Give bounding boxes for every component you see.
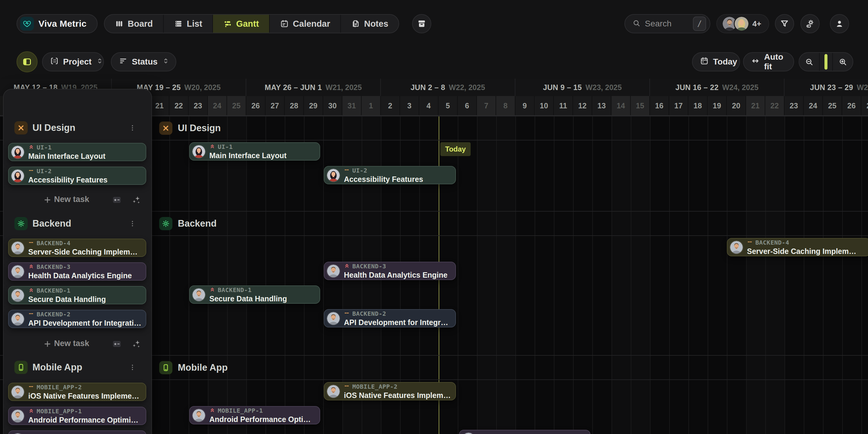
week-header: JUN 9 – 15 W23, 2025 (516, 79, 650, 96)
template-icon[interactable] (112, 339, 122, 349)
task-card-UI-2[interactable]: UI-2 Accessibility Features (8, 167, 146, 185)
group-menu-button[interactable] (128, 219, 137, 228)
today-button[interactable]: Today (692, 52, 740, 71)
new-task-row: New task (4, 337, 151, 351)
presence-avatars[interactable]: 4+ (716, 14, 769, 33)
sparkles-icon[interactable] (131, 195, 142, 205)
autofit-button[interactable]: Auto fit (743, 52, 794, 71)
group-header-backend[interactable]: Backend (4, 215, 151, 232)
gridline (823, 116, 824, 434)
assignee-avatar (11, 385, 25, 399)
tab-board[interactable]: Board (104, 15, 164, 33)
tab-calendar[interactable]: Calendar (270, 15, 341, 33)
assignee-avatar (327, 168, 340, 182)
new-task-button[interactable]: New task (54, 339, 89, 348)
weekend-column (612, 116, 631, 434)
task-title: Health Data Analytics Engine (344, 270, 447, 279)
task-title: Android Performance Optimi… (209, 415, 315, 424)
card-text: MOBILE_APP-2 iOS Native Features Impleme… (28, 383, 142, 400)
gantt-bar-UI-2[interactable]: UI-2 Accessibility Features (324, 166, 456, 184)
group-title: Backend (32, 218, 71, 229)
archive-button[interactable] (412, 14, 431, 33)
zoom-slider[interactable] (819, 53, 832, 71)
filter-button[interactable] (775, 14, 794, 33)
task-id: BACKEND-1 (218, 287, 252, 293)
task-id: BACKEND-4 (755, 239, 789, 246)
day-cell: 28 (285, 96, 304, 115)
settings-button[interactable] (800, 14, 819, 33)
task-card-BACKEND-4[interactable]: BACKEND-4 Server-Side Caching Impleme… (8, 239, 146, 257)
template-icon[interactable] (112, 195, 122, 205)
gantt-bar-BACKEND-3[interactable]: BACKEND-3 Health Data Analytics Engine (324, 262, 456, 280)
zoom-in-button[interactable] (833, 53, 853, 71)
zoom-out-button[interactable] (799, 53, 819, 71)
task-title: API Development for Integrat… (344, 318, 451, 327)
status-dropdown[interactable]: Status (111, 52, 176, 71)
task-id: BACKEND-2 (37, 311, 70, 318)
avatar[interactable] (734, 16, 749, 32)
card-text: BACKEND-3 Health Data Analytics Engine (28, 263, 132, 280)
bar-text: BACKEND-1 Secure Data Handling (209, 286, 287, 303)
zoom-slider-handle[interactable] (825, 54, 828, 70)
sparkles-icon[interactable] (131, 339, 142, 349)
weekend-column (496, 116, 516, 434)
group-header-mobile-app[interactable]: Mobile App (4, 359, 151, 376)
day-cell: 27 (861, 96, 868, 115)
project-dropdown[interactable]: Project (42, 52, 104, 71)
gantt-bar-UI-1[interactable]: UI-1 Main Interface Layout (189, 142, 320, 161)
sidebar-toggle-button[interactable] (17, 51, 37, 72)
priority-medium-icon (747, 239, 753, 246)
task-card-MOBILE_APP-1[interactable]: MOBILE_APP-1 Android Performance Optimiz… (8, 407, 146, 425)
task-card-BACKEND-1[interactable]: BACKEND-1 Secure Data Handling (8, 286, 146, 304)
gridline (458, 116, 458, 434)
chevron-updown-icon (96, 57, 104, 67)
task-title: Accessibility Features (344, 175, 423, 184)
gantt-icon (223, 19, 232, 28)
gridline (208, 116, 209, 434)
day-cell: 14 (612, 96, 631, 115)
tab-list[interactable]: List (164, 15, 213, 33)
task-id: BACKEND-3 (37, 264, 70, 270)
group-header-ui-design[interactable]: UI Design (4, 120, 151, 136)
new-task-button[interactable]: New task (54, 195, 89, 204)
day-cell: 22 (169, 96, 189, 115)
task-card-MOBILE_APP-2[interactable]: MOBILE_APP-2 iOS Native Features Impleme… (8, 383, 146, 401)
gantt-bar-MOBILE_APP-4[interactable]: MOBILE_APP-4 (459, 430, 590, 434)
design-icon (159, 122, 173, 135)
tab-gantt[interactable]: Gantt (213, 15, 270, 33)
gantt-bar-MOBILE_APP-1[interactable]: MOBILE_APP-1 Android Performance Optimi… (189, 406, 320, 424)
weekend-column (765, 116, 784, 434)
week-header: JUN 2 – 8 W22, 2025 (381, 79, 516, 96)
bar-text: BACKEND-2 API Development for Integrat… (344, 310, 451, 327)
task-card-UI-1[interactable]: UI-1 Main Interface Layout (8, 143, 146, 161)
plus-icon[interactable] (43, 196, 52, 204)
profile-button[interactable] (830, 14, 849, 33)
group-title: Mobile App (32, 362, 82, 373)
task-title: Main Interface Layout (28, 152, 105, 161)
priority-high-icon (28, 287, 34, 294)
group-menu-button[interactable] (128, 123, 137, 132)
task-card-MOBILE_APP-4[interactable]: MOBILE_APP-4 (8, 430, 146, 434)
notes-icon (351, 19, 360, 28)
group-menu-button[interactable] (128, 363, 137, 372)
gantt-bar-BACKEND-4[interactable]: BACKEND-4 Server-Side Caching Implem… (727, 238, 868, 256)
assignee-avatar (11, 241, 25, 255)
task-id: UI-2 (37, 168, 52, 174)
task-card-BACKEND-3[interactable]: BACKEND-3 Health Data Analytics Engine (8, 262, 146, 280)
task-card-BACKEND-2[interactable]: BACKEND-2 API Development for Integratio… (8, 310, 146, 328)
gantt-bar-BACKEND-1[interactable]: BACKEND-1 Secure Data Handling (189, 286, 320, 304)
avatar-overflow-count[interactable]: 4+ (752, 19, 762, 29)
gantt-bar-BACKEND-2[interactable]: BACKEND-2 API Development for Integrat… (324, 309, 456, 328)
task-id: MOBILE_APP-1 (218, 407, 263, 414)
task-id: MOBILE_APP-2 (37, 384, 82, 391)
gridline (266, 116, 266, 434)
search-input[interactable]: Search / (624, 14, 710, 33)
new-task-row: New task (4, 193, 151, 207)
plus-icon[interactable] (43, 340, 52, 348)
day-cell: 27 (266, 96, 285, 115)
project-icon (50, 57, 59, 68)
app-brand[interactable]: Viva Metric (17, 14, 98, 33)
gridline (612, 116, 612, 434)
tab-notes[interactable]: Notes (341, 15, 399, 33)
gantt-bar-MOBILE_APP-2[interactable]: MOBILE_APP-2 iOS Native Features Impleme… (324, 382, 456, 400)
